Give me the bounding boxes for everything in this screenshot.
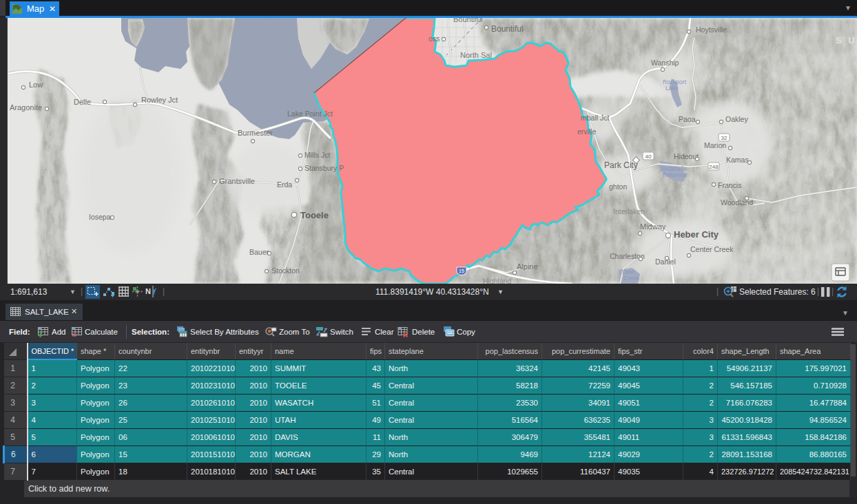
svg-text:Paoa: Paoa <box>679 115 696 123</box>
svg-text:Hideout: Hideout <box>674 152 699 160</box>
svg-text:Kamas: Kamas <box>726 156 749 164</box>
svg-text:mball Jct: mball Jct <box>581 114 610 122</box>
svg-text:Stockton: Stockton <box>271 266 300 275</box>
svg-text:Wanship: Wanship <box>651 59 679 67</box>
svg-text:Stansbury P: Stansbury P <box>304 164 344 172</box>
svg-text:Erda: Erda <box>277 180 292 189</box>
svg-text:Bauer: Bauer <box>249 248 269 256</box>
svg-text:Francis: Francis <box>718 181 741 189</box>
svg-text:Highland: Highland <box>483 277 512 284</box>
svg-text:Low: Low <box>29 81 43 89</box>
svg-text:Lake Point Jct: Lake Point Jct <box>287 109 333 118</box>
svg-text:ghton: ghton <box>609 182 627 191</box>
svg-text:Bountiful: Bountiful <box>453 18 483 23</box>
svg-text:North Sal: North Sal <box>460 51 492 59</box>
svg-text:32: 32 <box>721 135 727 141</box>
svg-text:Alpine: Alpine <box>517 262 538 271</box>
svg-text:Interlaken: Interlaken <box>613 207 645 216</box>
svg-text:Oakley: Oakley <box>725 115 748 123</box>
svg-text:40: 40 <box>646 154 652 160</box>
svg-text:15: 15 <box>459 269 464 273</box>
svg-text:Tooele: Tooele <box>300 210 329 220</box>
svg-text:Reservoir: Reservoir <box>663 171 688 178</box>
svg-text:Grantsville: Grantsville <box>219 177 255 185</box>
svg-text:erville: erville <box>577 127 597 136</box>
svg-text:Rowley Jct: Rowley Jct <box>141 96 178 104</box>
svg-text:Lake: Lake <box>665 85 679 92</box>
svg-text:Hoytsville: Hoytsville <box>696 25 727 34</box>
svg-text:Bountiful: Bountiful <box>491 24 524 34</box>
svg-text:Park City: Park City <box>604 160 638 170</box>
svg-text:Burmester: Burmester <box>238 129 273 137</box>
svg-text:Midway: Midway <box>640 222 666 231</box>
svg-text:248: 248 <box>709 164 719 170</box>
svg-text:Mills Jct: Mills Jct <box>304 151 330 159</box>
svg-text:Center Creek: Center Creek <box>690 245 734 253</box>
svg-text:Iosepa: Iosepa <box>89 213 111 221</box>
svg-text:S U: S U <box>836 35 857 45</box>
svg-text:Aragonite: Aragonite <box>10 103 42 112</box>
svg-text:oss: oss <box>429 34 440 43</box>
svg-text:Delle: Delle <box>74 98 91 106</box>
svg-text:N: N <box>145 287 151 295</box>
svg-text:Creek: Creek <box>623 275 639 282</box>
svg-text:Marion: Marion <box>704 141 726 149</box>
svg-text:Heber City: Heber City <box>674 229 719 240</box>
